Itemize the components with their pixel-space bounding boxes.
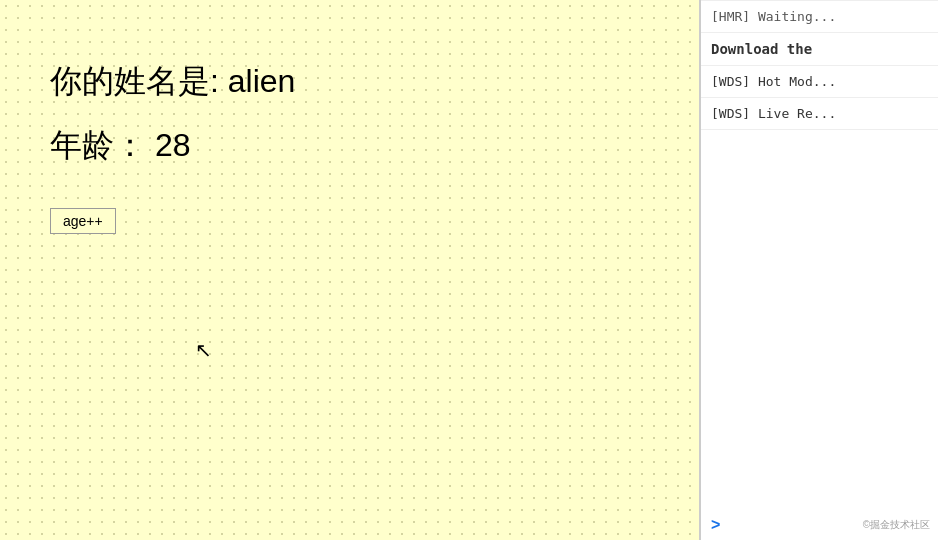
name-label: 你的姓名是: <box>50 63 219 99</box>
sidebar-item-download: Download the <box>701 33 938 66</box>
name-value: alien <box>228 63 296 99</box>
age-increment-button[interactable]: age++ <box>50 208 116 234</box>
sidebar-item-hmr: [HMR] Waiting... <box>701 0 938 33</box>
footer-text: ©掘金技术社区 <box>863 518 930 532</box>
name-display: 你的姓名是: alien <box>50 60 649 104</box>
content-block: 你的姓名是: alien 年龄： 28 age++ <box>0 0 699 294</box>
chevron-icon: > <box>711 516 720 533</box>
age-label: 年龄： <box>50 127 146 163</box>
sidebar-panel: [HMR] Waiting... Download the [WDS] Hot … <box>700 0 938 540</box>
age-display: 年龄： 28 <box>50 124 649 168</box>
sidebar-item-wds-live: [WDS] Live Re... <box>701 98 938 130</box>
cursor-indicator: ↖ <box>195 340 212 361</box>
main-content-area: 你的姓名是: alien 年龄： 28 age++ ↖ <box>0 0 700 540</box>
sidebar-log-list: [HMR] Waiting... Download the [WDS] Hot … <box>701 0 938 510</box>
age-value: 28 <box>155 127 191 163</box>
sidebar-item-wds-hot: [WDS] Hot Mod... <box>701 66 938 98</box>
